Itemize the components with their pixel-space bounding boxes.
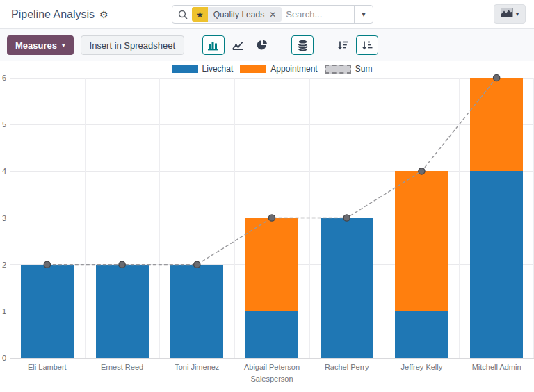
- gridline-v: [459, 78, 460, 358]
- graph-toolbar: Measures ▾ Insert in Spreadsheet: [0, 29, 534, 61]
- sort-asc-icon: [362, 40, 373, 51]
- legend-label: Sum: [355, 64, 373, 74]
- gridline-v: [159, 78, 160, 358]
- facet-label: Quality Leads: [213, 10, 264, 19]
- legend-label: Appointment: [270, 64, 317, 74]
- measures-label: Measures: [15, 40, 57, 51]
- pie-chart-icon: [257, 40, 268, 51]
- x-axis-tick: Mitchell Admin: [459, 363, 534, 371]
- y-axis-tick: 2: [2, 261, 6, 269]
- x-axis-tick: Jeffrey Kelly: [385, 363, 460, 371]
- y-axis-tick: 5: [2, 120, 6, 129]
- x-axis-tick: Ernest Reed: [85, 363, 160, 371]
- gear-icon[interactable]: ⚙: [99, 9, 108, 20]
- legend-swatch: [172, 65, 198, 73]
- sort-ascending-button[interactable]: [356, 35, 378, 55]
- sort-desc-icon: [337, 40, 348, 51]
- line-chart-button[interactable]: [227, 35, 249, 55]
- legend-label: Livechat: [202, 64, 234, 74]
- bar-chart-icon: [208, 40, 219, 51]
- gridline-h: [10, 171, 534, 172]
- search-facet[interactable]: ★ Quality Leads ✕: [192, 7, 282, 22]
- stacked-icon: [298, 40, 308, 51]
- facet-remove-icon[interactable]: ✕: [269, 10, 276, 19]
- view-switcher-button[interactable]: ▾: [494, 4, 526, 24]
- bar-segment-appointment[interactable]: [470, 78, 523, 171]
- bar-segment-appointment[interactable]: [245, 218, 298, 311]
- y-axis-tick: 6: [2, 74, 6, 82]
- favorite-star-icon: ★: [192, 7, 208, 22]
- gridline-v: [309, 78, 310, 358]
- bar-segment-livechat[interactable]: [470, 171, 523, 358]
- chart-area: LivechatAppointmentSum 0123456Eli Lamber…: [0, 61, 534, 392]
- sort-descending-button[interactable]: [332, 35, 354, 55]
- x-axis-tick: Toni Jimenez: [159, 363, 234, 371]
- bar-chart-button[interactable]: [202, 35, 225, 55]
- search-dropdown-toggle[interactable]: ▾: [354, 6, 373, 23]
- y-axis-tick: 3: [2, 214, 6, 222]
- gridline-h: [10, 78, 534, 79]
- area-chart-icon: [501, 8, 513, 20]
- x-axis-title: Salesperson: [10, 375, 534, 383]
- page-title-text: Pipeline Analysis: [11, 8, 95, 21]
- gridline-v: [234, 78, 235, 358]
- x-axis-tick: Eli Lambert: [10, 363, 85, 371]
- insert-in-spreadsheet-button[interactable]: Insert in Spreadsheet: [81, 35, 185, 55]
- chart-type-group: [202, 35, 273, 55]
- chart-legend: LivechatAppointmentSum: [10, 64, 534, 74]
- y-axis-tick: 1: [2, 307, 6, 316]
- pie-chart-button[interactable]: [251, 35, 273, 55]
- legend-swatch: [240, 65, 266, 73]
- legend-item-sum[interactable]: Sum: [325, 64, 373, 74]
- search-bar[interactable]: ★ Quality Leads ✕ ▾: [172, 5, 373, 24]
- page-title: Pipeline Analysis ⚙: [11, 8, 108, 21]
- bar-segment-appointment[interactable]: [395, 171, 448, 311]
- gridline-v: [385, 78, 385, 358]
- y-axis-tick: 4: [2, 167, 6, 175]
- gridline-h: [10, 124, 534, 125]
- gridline-v: [10, 78, 10, 358]
- y-axis-tick: 0: [2, 354, 6, 362]
- search-icon: [178, 10, 188, 19]
- legend-item-livechat[interactable]: Livechat: [172, 64, 234, 74]
- legend-swatch: [325, 65, 351, 74]
- stacked-toggle-button[interactable]: [291, 35, 314, 55]
- bar-segment-livechat[interactable]: [21, 265, 74, 358]
- gridline-v: [85, 78, 86, 358]
- search-input[interactable]: [282, 9, 354, 19]
- chevron-down-icon: ▾: [62, 42, 65, 49]
- legend-item-appointment[interactable]: Appointment: [240, 64, 317, 74]
- sort-group: [332, 35, 378, 55]
- bar-segment-livechat[interactable]: [395, 311, 448, 358]
- measures-button[interactable]: Measures ▾: [7, 35, 74, 55]
- chart-plot[interactable]: [10, 78, 534, 358]
- stacked-group: [291, 35, 314, 55]
- chevron-down-icon: ▾: [516, 10, 519, 17]
- top-header: Pipeline Analysis ⚙ ★ Quality Leads ✕ ▾: [0, 0, 534, 29]
- x-axis-tick: Rachel Perry: [309, 363, 385, 371]
- x-axis-tick: Abigail Peterson: [234, 363, 309, 371]
- bar-segment-livechat[interactable]: [96, 265, 149, 358]
- bar-segment-livechat[interactable]: [170, 265, 223, 358]
- bar-segment-livechat[interactable]: [321, 218, 373, 359]
- line-chart-icon: [232, 40, 244, 50]
- bar-segment-livechat[interactable]: [245, 311, 298, 358]
